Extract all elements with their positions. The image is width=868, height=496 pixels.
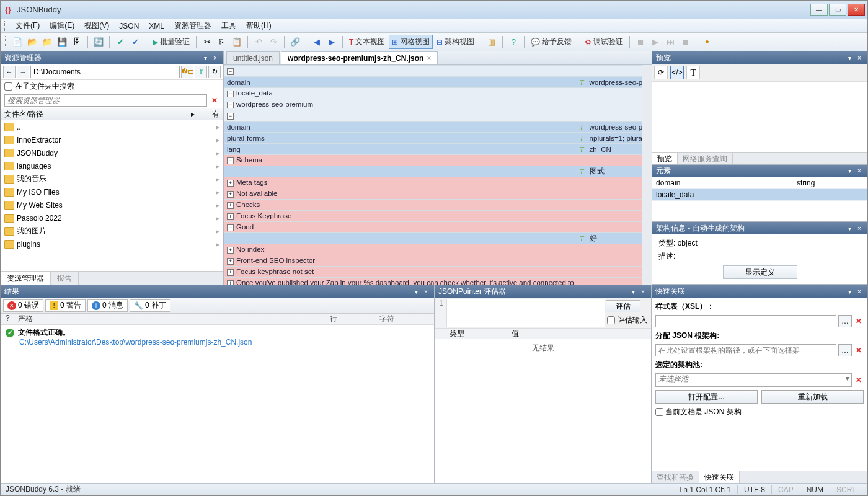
grid-row[interactable]: −wordpress-seo-premium180 bbox=[224, 99, 642, 110]
grid-view-button[interactable]: ⊞网格视图 bbox=[389, 35, 433, 49]
panel-dropdown-icon[interactable]: ▾ bbox=[845, 167, 854, 175]
debug-validate-button[interactable]: ⚙调试验证 bbox=[582, 35, 626, 48]
debug-play-icon[interactable]: ▶ bbox=[649, 35, 662, 49]
cut-icon[interactable]: ✂ bbox=[200, 35, 214, 49]
expand-toggle-icon[interactable]: + bbox=[227, 258, 234, 265]
menu-xml[interactable]: XML bbox=[145, 20, 168, 32]
pool-select[interactable]: 未选择池▾ bbox=[655, 373, 852, 387]
is-schema-checkbox[interactable] bbox=[655, 408, 663, 416]
filter-warnings[interactable]: !0 警告 bbox=[45, 299, 86, 312]
root-clear-icon[interactable]: ✕ bbox=[854, 346, 864, 355]
list-item[interactable]: JSONBuddy▸ bbox=[1, 146, 223, 159]
panel-close-icon[interactable]: × bbox=[211, 53, 219, 62]
minimize-button[interactable]: — bbox=[810, 4, 828, 16]
filter-info[interactable]: i0 消息 bbox=[87, 299, 128, 312]
expand-toggle-icon[interactable]: + bbox=[227, 191, 234, 198]
expand-toggle-icon[interactable]: − bbox=[227, 157, 234, 164]
batch-validate-button[interactable]: ▶批量验证 bbox=[150, 35, 192, 48]
panel-dropdown-icon[interactable]: ▾ bbox=[845, 287, 854, 296]
tab-webservice[interactable]: 网络服务查询 bbox=[678, 153, 733, 164]
editor-tab[interactable]: untitled.json bbox=[226, 51, 280, 64]
grid-row[interactable]: T图式 bbox=[224, 166, 642, 177]
grid-row[interactable]: +No index bbox=[224, 244, 642, 255]
panel-close-icon[interactable]: × bbox=[422, 287, 430, 296]
grid-row[interactable]: +Meta tags bbox=[224, 177, 642, 188]
root-schema-input[interactable] bbox=[655, 344, 836, 356]
open-file-icon[interactable]: 📂 bbox=[25, 35, 39, 49]
menu-explorer[interactable]: 资源管理器 bbox=[170, 19, 215, 32]
settings-icon[interactable]: ✦ bbox=[700, 35, 714, 49]
validate-blue-icon[interactable]: ✔ bbox=[128, 35, 142, 49]
save-all-icon[interactable]: 🗄 bbox=[70, 35, 84, 49]
nav-forward-icon[interactable]: → bbox=[17, 66, 29, 78]
expand-toggle-icon[interactable]: + bbox=[227, 202, 234, 209]
expand-toggle-icon[interactable]: − bbox=[227, 113, 234, 120]
grid-row[interactable]: +Focus keyphrase not set bbox=[224, 267, 642, 278]
grid-row[interactable]: −Good1 bbox=[224, 222, 642, 233]
xsl-browse-button[interactable]: … bbox=[838, 315, 852, 327]
grid-row[interactable]: +Front-end SEO inspector bbox=[224, 255, 642, 267]
help-icon[interactable]: ? bbox=[507, 35, 520, 49]
file-list-header[interactable]: 文件名/路径 ▸ 有 bbox=[1, 108, 223, 120]
grid-row[interactable]: domainTwordpress-seo-premium bbox=[224, 122, 642, 133]
undo-icon[interactable]: ↶ bbox=[252, 35, 265, 49]
element-row[interactable]: locale_data bbox=[652, 188, 867, 200]
tab-preview[interactable]: 预览 bbox=[652, 153, 678, 164]
nav-fwd-icon[interactable]: ▶ bbox=[325, 35, 339, 49]
expand-toggle-icon[interactable]: − bbox=[227, 224, 234, 231]
root-browse-button[interactable]: … bbox=[838, 344, 852, 356]
new-file-icon[interactable]: 📄 bbox=[11, 35, 24, 49]
open-config-button[interactable]: 打开配置... bbox=[655, 390, 758, 404]
menu-edit[interactable]: 编辑(E) bbox=[46, 19, 78, 32]
open-folder-icon[interactable]: 📁 bbox=[40, 35, 54, 49]
refresh-icon[interactable]: 🔄 bbox=[92, 35, 105, 49]
filter-patches[interactable]: 🔧0 补丁 bbox=[130, 299, 170, 312]
close-button[interactable]: ✕ bbox=[848, 4, 865, 16]
panel-dropdown-icon[interactable]: ▾ bbox=[845, 224, 854, 232]
search-subfolders-checkbox[interactable] bbox=[4, 82, 12, 91]
refresh-explorer-icon[interactable]: ↻ bbox=[208, 66, 221, 78]
feedback-button[interactable]: 💬给予反馈 bbox=[528, 35, 574, 48]
tab-quick-assoc[interactable]: 快速关联 bbox=[699, 471, 740, 483]
vertical-scrollbar[interactable] bbox=[642, 65, 652, 285]
jsonpointer-input[interactable] bbox=[447, 299, 604, 327]
browse-icon[interactable]: �⊏ bbox=[181, 66, 193, 78]
expand-toggle-icon[interactable]: + bbox=[227, 247, 234, 254]
evaluate-button[interactable]: 评估 bbox=[606, 300, 640, 312]
grid-row[interactable]: T好 bbox=[224, 233, 642, 244]
paste-icon[interactable]: 📋 bbox=[230, 35, 244, 49]
list-item[interactable]: 我的图片▸ bbox=[1, 224, 223, 237]
expand-toggle-icon[interactable]: − bbox=[227, 102, 234, 108]
list-item[interactable]: My Web Sites▸ bbox=[1, 198, 223, 211]
list-item[interactable]: My ISO Files▸ bbox=[1, 185, 223, 198]
grid-row[interactable]: +Checks bbox=[224, 200, 642, 211]
close-tab-icon[interactable]: × bbox=[427, 54, 431, 63]
grip-handle[interactable] bbox=[5, 36, 7, 48]
copy-icon[interactable]: ⎘ bbox=[215, 35, 229, 49]
pool-clear-icon[interactable]: ✕ bbox=[854, 376, 864, 384]
expand-toggle-icon[interactable]: + bbox=[227, 213, 234, 220]
nav-back-icon[interactable]: ← bbox=[3, 66, 16, 78]
expand-toggle-icon[interactable]: + bbox=[227, 180, 234, 187]
debug-end-icon[interactable]: ⏹ bbox=[678, 35, 692, 49]
up-icon[interactable]: ⇧ bbox=[195, 66, 207, 78]
text-preview-icon[interactable]: T bbox=[686, 66, 700, 79]
grid-row[interactable]: −2 bbox=[224, 66, 642, 77]
grid-row[interactable]: +Once you've published your Zap in your … bbox=[224, 278, 642, 285]
tab-find-replace[interactable]: 查找和替换 bbox=[652, 471, 699, 483]
nav-back-icon[interactable]: ◀ bbox=[310, 35, 324, 49]
panel-close-icon[interactable]: × bbox=[855, 287, 864, 296]
text-view-button[interactable]: T文本视图 bbox=[347, 35, 388, 48]
filter-errors[interactable]: ✕0 错误 bbox=[3, 299, 43, 312]
editor-tab[interactable]: wordpress-seo-premiumjs-zh_CN.json× bbox=[281, 51, 438, 64]
debug-stop-icon[interactable]: ⏹ bbox=[634, 35, 647, 49]
grid-row[interactable]: −3 bbox=[224, 110, 642, 122]
panel-close-icon[interactable]: × bbox=[855, 53, 864, 62]
element-row[interactable]: domainstring bbox=[652, 177, 867, 189]
panel-close-icon[interactable]: × bbox=[639, 287, 647, 296]
list-item[interactable]: InnoExtractor▸ bbox=[1, 133, 223, 146]
code-preview-icon[interactable]: </> bbox=[670, 66, 684, 79]
menu-tools[interactable]: 工具 bbox=[218, 19, 240, 32]
xsl-clear-icon[interactable]: ✕ bbox=[854, 317, 864, 326]
results-body[interactable]: ✓文件格式正确。 C:\Users\Administrator\Desktop\… bbox=[1, 325, 434, 483]
